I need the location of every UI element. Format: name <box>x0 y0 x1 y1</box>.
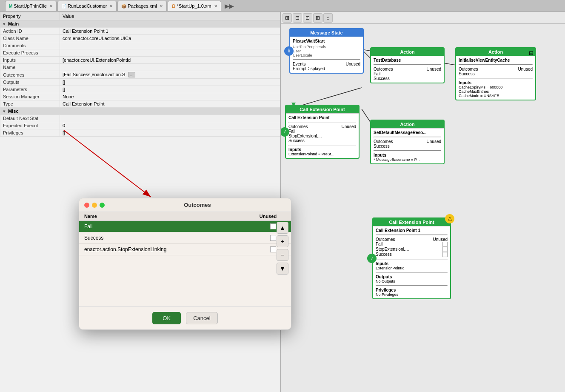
add-btn[interactable]: + <box>277 235 288 247</box>
ok-button[interactable]: OK <box>152 312 181 324</box>
dialog-row-success[interactable]: Success <box>79 232 291 244</box>
dialog-titlebar: Outcomes <box>79 198 291 212</box>
outcomes-dialog: Outcomes Name Unused Fail Success <box>79 198 291 330</box>
dialog-min-btn[interactable] <box>92 203 97 208</box>
dialog-title: Outcomes <box>109 202 286 208</box>
checkbox-fail[interactable] <box>270 223 276 229</box>
checkbox-success[interactable] <box>270 235 276 241</box>
cancel-button[interactable]: Cancel <box>186 312 217 324</box>
row-name-fail: Fail <box>84 223 260 229</box>
move-up-btn[interactable]: ▲ <box>277 222 288 234</box>
dialog-content: Name Unused Fail Success <box>79 212 291 306</box>
col-name-header: Name <box>84 214 255 219</box>
col-unused-header: Unused <box>255 214 281 219</box>
dialog-rows-container: Fail Success enactor.action.StopExtensio… <box>79 221 291 306</box>
dialog-row-stop[interactable]: enactor.action.StopExtensionLinking <box>79 244 291 255</box>
dialog-max-btn[interactable] <box>100 203 105 208</box>
row-name-success: Success <box>84 235 260 241</box>
move-down-btn[interactable]: ▼ <box>277 263 288 275</box>
dialog-side-buttons: ▲ + − ▼ <box>277 222 288 275</box>
dialog-row-fail[interactable]: Fail <box>79 221 291 232</box>
checkbox-stop[interactable] <box>270 246 276 252</box>
remove-btn[interactable]: − <box>277 249 288 261</box>
row-name-stop: enactor.action.StopExtensionLinking <box>84 246 260 252</box>
dialog-overlay: Outcomes Name Unused Fail Success <box>0 0 565 392</box>
dialog-footer: OK Cancel <box>79 306 291 329</box>
dialog-close-btn[interactable] <box>84 203 89 208</box>
dialog-empty-space <box>79 255 291 306</box>
dialog-table-header: Name Unused <box>79 212 291 221</box>
dialog-window-controls <box>84 203 105 208</box>
